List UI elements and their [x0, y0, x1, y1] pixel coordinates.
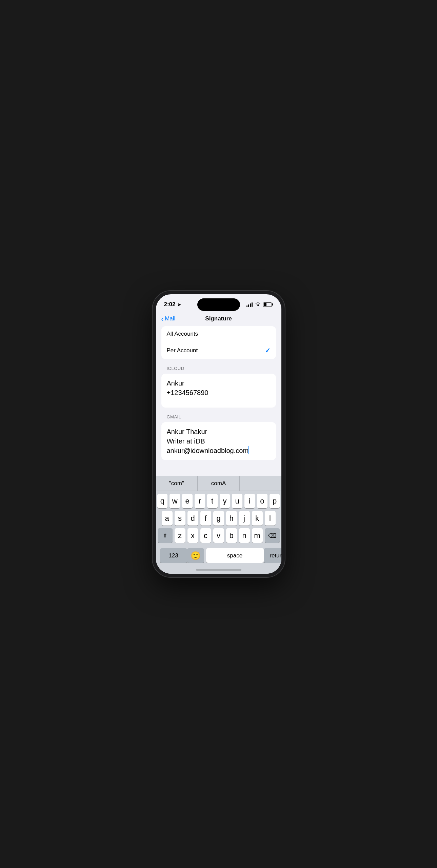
- key-l[interactable]: l: [265, 511, 276, 526]
- svg-point-0: [257, 305, 258, 306]
- keyboard-bottom-bar: 123 🙂 space return: [156, 547, 281, 566]
- predictive-bar: "com" comA: [156, 476, 281, 491]
- location-icon: ➤: [177, 302, 181, 307]
- phone-frame: 2:02 ➤: [153, 291, 285, 577]
- key-b[interactable]: b: [226, 528, 237, 543]
- text-cursor: [249, 446, 249, 454]
- key-j[interactable]: j: [239, 511, 250, 526]
- predictive-item-0[interactable]: "com": [156, 476, 198, 491]
- key-n[interactable]: n: [239, 528, 250, 543]
- key-x[interactable]: x: [187, 528, 198, 543]
- key-row-2: a s d f g h j k l: [157, 511, 280, 526]
- dynamic-island: [197, 298, 240, 311]
- key-u[interactable]: u: [232, 494, 242, 508]
- wifi-icon: [255, 302, 261, 307]
- page-title: Signature: [205, 315, 232, 322]
- key-z[interactable]: z: [175, 528, 185, 543]
- status-time: 2:02 ➤: [164, 301, 181, 308]
- key-d[interactable]: d: [187, 511, 198, 526]
- return-key[interactable]: return: [264, 548, 285, 563]
- predictive-item-2[interactable]: [240, 476, 281, 491]
- key-k[interactable]: k: [252, 511, 263, 526]
- shift-key[interactable]: ⇧: [158, 528, 173, 543]
- key-r[interactable]: r: [195, 494, 205, 508]
- predictive-item-1[interactable]: comA: [198, 476, 240, 491]
- key-s[interactable]: s: [175, 511, 185, 526]
- emoji-icon: 🙂: [191, 551, 201, 560]
- back-chevron-icon: ‹: [161, 315, 164, 323]
- key-row-1: q w e r t y u i o p: [157, 494, 280, 508]
- icloud-signature-field[interactable]: Ankur +1234567890: [161, 374, 276, 408]
- checkmark-icon: ✓: [265, 347, 271, 355]
- key-t[interactable]: t: [207, 494, 218, 508]
- per-account-label: Per Account: [167, 347, 198, 354]
- key-i[interactable]: i: [244, 494, 255, 508]
- key-f[interactable]: f: [200, 511, 211, 526]
- key-y[interactable]: y: [220, 494, 230, 508]
- home-bar: [196, 569, 241, 571]
- back-label: Mail: [165, 315, 175, 322]
- numbers-key[interactable]: 123: [160, 548, 187, 563]
- home-indicator: [156, 566, 281, 574]
- all-accounts-label: All Accounts: [167, 331, 198, 337]
- gmail-signature-field[interactable]: Ankur Thakur Writer at iDB ankur@idownlo…: [161, 422, 276, 460]
- delete-key[interactable]: ⌫: [265, 528, 280, 543]
- all-accounts-row[interactable]: All Accounts: [161, 326, 276, 342]
- back-button[interactable]: ‹ Mail: [161, 315, 176, 323]
- key-row-3: ⇧ z x c v b n m ⌫: [157, 528, 280, 543]
- key-g[interactable]: g: [213, 511, 224, 526]
- key-w[interactable]: w: [170, 494, 180, 508]
- gmail-section-label: GMAIL: [161, 414, 276, 419]
- key-q[interactable]: q: [157, 494, 168, 508]
- keyboard: "com" comA q w e r t y u i o p: [156, 476, 281, 574]
- key-a[interactable]: a: [162, 511, 173, 526]
- key-m[interactable]: m: [252, 528, 263, 543]
- content-area: All Accounts Per Account ✓ ICLOUD Ankur …: [156, 326, 281, 467]
- key-h[interactable]: h: [226, 511, 237, 526]
- key-o[interactable]: o: [257, 494, 267, 508]
- key-p[interactable]: p: [270, 494, 280, 508]
- nav-bar: ‹ Mail Signature: [156, 313, 281, 326]
- emoji-key[interactable]: 🙂: [187, 548, 204, 563]
- icloud-signature-content: Ankur +1234567890: [167, 378, 271, 397]
- space-key[interactable]: space: [206, 548, 264, 563]
- key-c[interactable]: c: [200, 528, 211, 543]
- key-v[interactable]: v: [213, 528, 224, 543]
- key-rows: q w e r t y u i o p a s d f g h j k: [156, 491, 281, 547]
- battery-icon: [263, 302, 273, 307]
- key-e[interactable]: e: [182, 494, 193, 508]
- per-account-row[interactable]: Per Account ✓: [161, 342, 276, 359]
- signature-options-group: All Accounts Per Account ✓: [161, 326, 276, 359]
- signal-icon: [246, 302, 253, 307]
- status-icons: [246, 302, 273, 307]
- icloud-section-label: ICLOUD: [161, 366, 276, 371]
- gmail-signature-content: Ankur Thakur Writer at iDB ankur@idownlo…: [167, 427, 271, 455]
